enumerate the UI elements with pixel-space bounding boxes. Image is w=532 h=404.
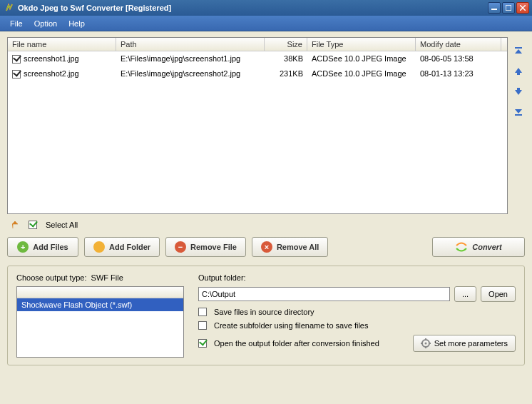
menu-help[interactable]: Help <box>63 18 91 29</box>
title-bar: Okdo Jpeg to Swf Converter [Registered] <box>0 0 532 16</box>
open-after-label: Open the output folder after conversion … <box>214 339 379 348</box>
col-path[interactable]: Path <box>116 38 265 51</box>
list-header: File name Path Size File Type Modify dat… <box>8 38 507 51</box>
svg-rect-11 <box>515 114 522 116</box>
row-checkbox[interactable] <box>12 55 21 64</box>
type-list-item[interactable]: Shockwave Flash Object (*.swf) <box>17 298 183 311</box>
plus-icon: + <box>17 241 29 253</box>
select-all-label: Select All <box>46 221 78 229</box>
save-source-checkbox[interactable] <box>198 308 207 316</box>
more-parameters-button[interactable]: Set more parameters <box>413 335 516 352</box>
svg-rect-4 <box>515 47 522 49</box>
cell-date: 08-01-13 13:23 <box>416 68 501 80</box>
col-type[interactable]: File Type <box>307 38 416 51</box>
cell-size: 231KB <box>265 68 307 80</box>
open-folder-button[interactable]: Open <box>481 286 516 302</box>
output-type-label: Choose output type: SWF File <box>16 273 184 282</box>
svg-point-13 <box>424 343 426 345</box>
add-folder-button[interactable]: Add Folder <box>84 237 160 257</box>
minus-icon: − <box>175 241 186 253</box>
move-top-button[interactable] <box>513 46 524 57</box>
output-folder-input[interactable] <box>198 287 450 301</box>
cell-date: 08-06-05 13:58 <box>416 53 501 65</box>
close-button[interactable] <box>516 2 529 14</box>
svg-marker-5 <box>515 49 522 54</box>
svg-rect-7 <box>517 72 520 75</box>
level-up-icon[interactable] <box>11 220 23 230</box>
open-after-checkbox[interactable] <box>198 339 207 348</box>
list-row[interactable]: screenshot1.jpg E:\Files\image\jpg\scree… <box>8 51 507 66</box>
remove-all-button[interactable]: ×Remove All <box>252 237 329 257</box>
menu-file[interactable]: File <box>4 18 29 29</box>
x-icon: × <box>261 241 272 253</box>
cell-path: E:\Files\image\jpg\screenshot1.jpg <box>116 53 265 65</box>
menu-bar: File Option Help <box>0 16 532 31</box>
svg-rect-1 <box>506 5 511 11</box>
cell-type: ACDSee 10.0 JPEG Image <box>307 68 416 80</box>
gear-icon <box>421 338 431 348</box>
maximize-button[interactable] <box>502 2 515 14</box>
move-up-button[interactable] <box>513 66 524 77</box>
col-date[interactable]: Modify date <box>416 38 501 51</box>
select-all-checkbox[interactable] <box>29 221 37 229</box>
svg-marker-10 <box>515 109 522 113</box>
output-type-list[interactable]: Shockwave Flash Object (*.swf) <box>16 286 184 358</box>
output-folder-label: Output folder: <box>198 273 516 282</box>
folder-icon <box>93 241 105 253</box>
col-name[interactable]: File name <box>8 38 116 51</box>
svg-rect-0 <box>491 9 497 10</box>
cell-path: E:\Files\image\jpg\screenshot2.jpg <box>116 68 265 80</box>
save-source-label: Save files in source directory <box>214 308 314 316</box>
cell-name: screenshot1.jpg <box>24 54 79 63</box>
minimize-button[interactable] <box>488 2 501 14</box>
col-size[interactable]: Size <box>265 38 307 51</box>
cell-name: screenshot2.jpg <box>24 69 79 78</box>
app-icon <box>4 3 14 13</box>
subfolder-checkbox[interactable] <box>198 321 207 330</box>
move-down-button[interactable] <box>513 86 524 97</box>
convert-icon <box>455 242 468 252</box>
convert-button[interactable]: Convert <box>432 237 525 257</box>
svg-marker-6 <box>515 68 522 73</box>
menu-option[interactable]: Option <box>29 18 63 29</box>
row-checkbox[interactable] <box>12 70 21 79</box>
file-list[interactable]: File name Path Size File Type Modify dat… <box>7 37 508 214</box>
type-list-header <box>17 287 183 298</box>
browse-button[interactable]: ... <box>454 286 476 302</box>
cell-size: 38KB <box>265 53 307 65</box>
remove-file-button[interactable]: −Remove File <box>165 237 246 257</box>
svg-marker-9 <box>515 90 522 95</box>
reorder-buttons <box>512 37 525 214</box>
move-bottom-button[interactable] <box>513 106 524 117</box>
window-title: Okdo Jpeg to Swf Converter [Registered] <box>18 4 486 12</box>
cell-type: ACDSee 10.0 JPEG Image <box>307 53 416 65</box>
subfolder-label: Create subfolder using filename to save … <box>214 321 368 330</box>
add-files-button[interactable]: +Add Files <box>7 237 78 257</box>
list-row[interactable]: screenshot2.jpg E:\Files\image\jpg\scree… <box>8 66 507 81</box>
